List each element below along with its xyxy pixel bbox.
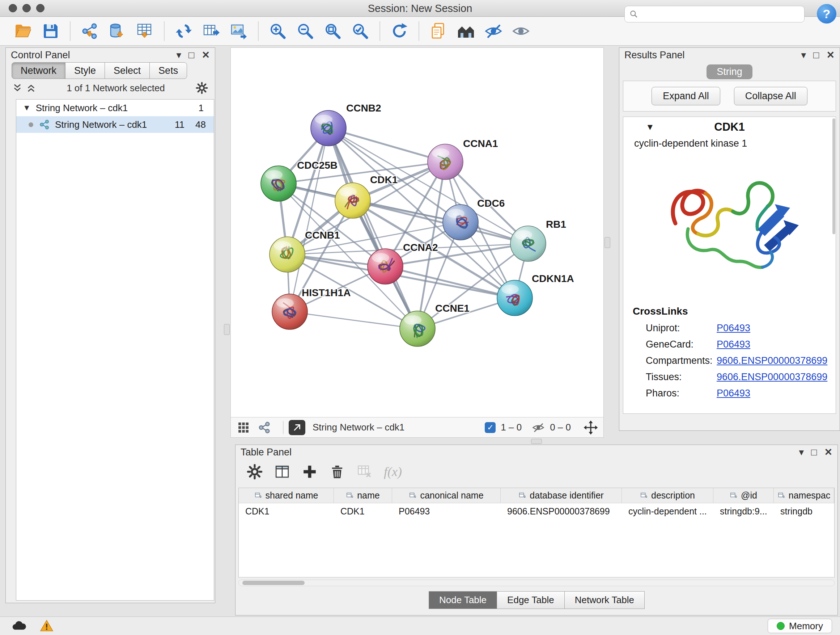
zoom-out-button[interactable] (294, 19, 317, 43)
panel-menu-icon[interactable]: ▾ (799, 447, 804, 458)
panel-menu-icon[interactable]: ▾ (801, 49, 806, 61)
toolbar-search[interactable] (624, 6, 805, 22)
collapse-section-icon[interactable]: ▼ (646, 122, 654, 132)
cell-name[interactable]: CDK1 (334, 506, 392, 516)
selected-checkbox-icon[interactable]: ✓ (485, 422, 496, 433)
export-table-button[interactable] (199, 19, 223, 43)
expand-all-chevrons-icon[interactable] (12, 83, 22, 93)
delete-column-trash-icon[interactable] (329, 463, 346, 480)
zoom-fit-content-button[interactable] (321, 19, 345, 43)
node-CCNA1[interactable] (428, 144, 463, 180)
node-CDC25B[interactable] (261, 166, 296, 201)
memory-button[interactable]: Memory (767, 619, 832, 633)
node-CDC6[interactable] (443, 204, 478, 240)
cell-id[interactable]: stringdb:9... (714, 506, 774, 516)
warnings-button[interactable] (36, 618, 57, 633)
table-horizontal-scrollbar[interactable] (238, 580, 835, 586)
save-session-button[interactable] (39, 19, 63, 43)
tab-select[interactable]: Select (104, 62, 150, 79)
column-header[interactable]: database identifier (501, 488, 622, 503)
open-file-button[interactable] (11, 19, 35, 43)
hide-selected-button[interactable] (482, 19, 505, 43)
tree-row-network[interactable]: String Network – cdk1 11 48 (16, 116, 214, 133)
column-header[interactable]: namespac (774, 488, 834, 503)
node-CCNB1[interactable] (270, 237, 305, 272)
panel-float-icon[interactable]: □ (811, 447, 817, 458)
node-CCNA2[interactable] (368, 249, 403, 284)
node-CCNE1[interactable] (400, 311, 435, 347)
crosslink-link[interactable]: 9606.ENSP00000378699 (717, 355, 827, 366)
show-columns-icon[interactable] (274, 463, 291, 480)
tab-network[interactable]: Network (11, 62, 65, 79)
houses-button[interactable] (454, 19, 478, 43)
panel-float-icon[interactable]: □ (813, 50, 819, 61)
network-view-canvas[interactable]: CCNB2CCNA1CDC25BCDK1CDC6RB1CCNB1CCNA2CDK… (231, 48, 604, 417)
tab-sets[interactable]: Sets (149, 62, 187, 79)
panel-close-icon[interactable]: ✕ (826, 49, 835, 61)
bottom-splitter-handle[interactable] (531, 439, 542, 444)
right-splitter-handle[interactable] (605, 237, 610, 248)
left-splitter-handle[interactable] (224, 324, 230, 335)
copy-document-button[interactable] (426, 19, 450, 43)
gear-icon[interactable] (195, 81, 208, 95)
search-input[interactable] (638, 9, 800, 20)
node-HIST1H1A[interactable] (272, 294, 308, 329)
cloud-button[interactable] (8, 618, 29, 633)
birdseye-grid-icon[interactable] (236, 420, 251, 435)
import-network-from-database-button[interactable] (105, 19, 129, 43)
column-header[interactable]: canonical name (392, 488, 501, 503)
help-button[interactable]: ? (817, 4, 836, 24)
collapse-all-button[interactable]: Collapse All (734, 87, 807, 105)
tab-edge-table[interactable]: Edge Table (497, 591, 565, 609)
zoom-in-button[interactable] (266, 19, 290, 43)
panel-close-icon[interactable]: ✕ (824, 447, 832, 458)
cell-canonical-name[interactable]: P06493 (392, 506, 501, 516)
apply-preferred-layout-button[interactable] (387, 19, 411, 43)
edge-CCNE1-HIST1H1A[interactable] (290, 312, 417, 329)
cell-shared-name[interactable]: CDK1 (239, 506, 334, 516)
import-network-from-file-button[interactable] (78, 19, 102, 43)
panel-float-icon[interactable]: □ (188, 50, 194, 61)
import-table-from-file-button[interactable] (133, 19, 156, 43)
panel-menu-icon[interactable]: ▾ (177, 49, 182, 61)
tree-row-collection[interactable]: ▼ String Network – cdk1 1 (16, 100, 214, 116)
cell-namespace[interactable]: stringdb (774, 506, 834, 516)
scrollbar-thumb[interactable] (242, 581, 305, 585)
add-column-plus-icon[interactable] (302, 463, 318, 480)
crosslink-link[interactable]: P06493 (717, 388, 750, 399)
node-CDKN1A[interactable] (497, 280, 532, 316)
pan-crosshair-icon[interactable] (583, 420, 598, 435)
open-in-new-window-button[interactable] (289, 420, 305, 435)
tree-expand-icon[interactable]: ▼ (23, 103, 31, 112)
node-RB1[interactable] (510, 226, 546, 261)
column-header[interactable]: name (334, 488, 392, 503)
results-scrollbar[interactable] (832, 119, 835, 234)
tab-network-table[interactable]: Network Table (564, 591, 645, 609)
expand-all-button[interactable]: Expand All (652, 87, 720, 105)
show-all-button[interactable] (509, 19, 533, 43)
column-header[interactable]: @id (714, 488, 774, 503)
column-header[interactable]: shared name (239, 488, 334, 503)
export-network-button[interactable] (172, 19, 196, 43)
node-CCNB2[interactable] (311, 111, 346, 146)
crosslink-link[interactable]: P06493 (717, 339, 750, 350)
string-tab-badge[interactable]: String (706, 65, 752, 79)
zoom-selected-button[interactable] (348, 19, 372, 43)
node-CDK1[interactable] (335, 183, 370, 218)
column-header[interactable]: description (622, 488, 714, 503)
edge-CCNB2-HIST1H1A[interactable] (290, 128, 328, 312)
cell-description[interactable]: cyclin-dependent ... (622, 506, 714, 516)
tab-style[interactable]: Style (65, 62, 105, 79)
export-image-button[interactable] (227, 19, 251, 43)
edge-CCNB2-CCNE1[interactable] (328, 128, 417, 329)
tab-node-table[interactable]: Node Table (429, 591, 497, 609)
network-graph[interactable]: CCNB2CCNA1CDC25BCDK1CDC6RB1CCNB1CCNA2CDK… (231, 48, 604, 418)
collection-share-icon[interactable] (257, 420, 272, 435)
panel-close-icon[interactable]: ✕ (202, 49, 210, 61)
table-row[interactable]: CDK1 CDK1 P06493 9606.ENSP00000378699 cy… (239, 503, 834, 519)
crosslink-link[interactable]: P06493 (717, 323, 750, 334)
cell-database-identifier[interactable]: 9606.ENSP00000378699 (501, 506, 622, 516)
table-settings-gear-icon[interactable] (246, 463, 263, 480)
collapse-all-chevrons-icon[interactable] (26, 83, 36, 93)
crosslink-link[interactable]: 9606.ENSP00000378699 (717, 371, 827, 383)
